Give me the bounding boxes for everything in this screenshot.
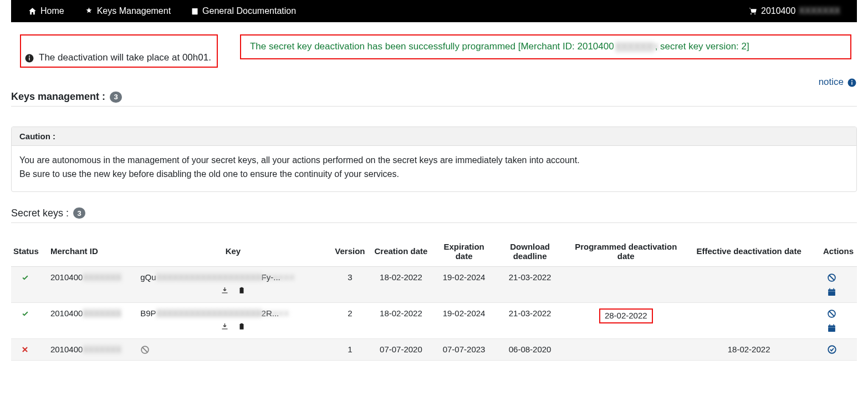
nav-merchant-id-blur: XXXXXXX bbox=[799, 6, 840, 16]
nav-left: Home Keys Management General Documentati… bbox=[28, 6, 296, 16]
info-icon bbox=[24, 52, 34, 63]
secret-keys-heading-text: Secret keys : bbox=[11, 208, 69, 219]
svg-rect-21 bbox=[829, 324, 830, 326]
notice-link[interactable]: notice bbox=[819, 77, 857, 88]
action-schedule-button[interactable] bbox=[827, 323, 836, 333]
col-prog-deact: Programmed deactivation date bbox=[563, 239, 689, 267]
caution-l1: You are autonomous in the management of … bbox=[19, 154, 849, 168]
merchant-id-blur: XXXXXXX bbox=[83, 272, 121, 282]
notice-row: notice bbox=[11, 77, 857, 88]
action-schedule-button[interactable] bbox=[827, 287, 836, 297]
messages-row: The deactivation will take place at 00h0… bbox=[11, 34, 857, 68]
eff-deact-cell bbox=[689, 302, 809, 338]
download-icon[interactable] bbox=[221, 321, 229, 331]
info-msg: The deactivation will take place at 00h0… bbox=[21, 49, 217, 67]
merchant-id: 2010400 bbox=[50, 308, 83, 318]
nav-merchant[interactable]: 2010400XXXXXXX bbox=[748, 6, 840, 16]
download-cell: 21-03-2022 bbox=[497, 302, 563, 338]
keys-mgmt-heading: Keys management : 3 bbox=[11, 91, 857, 107]
download-cell: 21-03-2022 bbox=[497, 266, 563, 302]
keys-table: Status Merchant ID Key Version Creation … bbox=[11, 239, 857, 361]
info-icon bbox=[847, 77, 857, 88]
expiration-cell: 19-02-2024 bbox=[431, 266, 497, 302]
expiration-cell: 07-07-2023 bbox=[431, 338, 497, 361]
nav-docs-label: General Documentation bbox=[202, 6, 296, 16]
download-icon[interactable] bbox=[221, 285, 229, 295]
success-msg: The secret key deactivation has been suc… bbox=[241, 36, 850, 58]
expiration-cell: 19-02-2024 bbox=[431, 302, 497, 338]
success-msg-text: The secret key deactivation has been suc… bbox=[250, 41, 518, 52]
nav-docs[interactable]: General Documentation bbox=[191, 6, 296, 16]
svg-rect-0 bbox=[192, 8, 198, 14]
svg-rect-16 bbox=[241, 323, 243, 325]
success-merchant-blur: XXXXXXX bbox=[615, 42, 654, 53]
col-download: Download deadline bbox=[497, 239, 563, 267]
table-row: 2010400XXXXXXXB9PXXXXXXXXXXXXXXXXXXXXXXX… bbox=[11, 302, 857, 338]
version-cell: 3 bbox=[329, 266, 371, 302]
caution-head: Caution : bbox=[12, 127, 856, 146]
col-merchant: Merchant ID bbox=[47, 239, 137, 267]
col-eff-deact: Effective deactivation date bbox=[689, 239, 809, 267]
svg-rect-20 bbox=[828, 327, 835, 327]
secret-keys-count: 3 bbox=[73, 208, 85, 219]
status-x-icon bbox=[21, 345, 29, 354]
prog-deact-cell bbox=[563, 338, 689, 361]
info-box-highlight: The deactivation will take place at 00h0… bbox=[20, 34, 218, 68]
secret-keys-heading: Secret keys : 3 bbox=[11, 208, 857, 223]
merchant-id-blur: XXXXXXX bbox=[83, 345, 121, 354]
merchant-id: 2010400 bbox=[50, 345, 83, 354]
key-value: gQu bbox=[140, 272, 156, 282]
svg-point-6 bbox=[851, 80, 852, 81]
svg-rect-5 bbox=[851, 82, 852, 84]
navbar: Home Keys Management General Documentati… bbox=[11, 0, 857, 22]
col-key: Key bbox=[137, 239, 329, 267]
svg-rect-8 bbox=[241, 287, 243, 289]
nav-merchant-id: 2010400 bbox=[761, 6, 795, 16]
col-status: Status bbox=[11, 239, 47, 267]
prog-deact-cell bbox=[563, 266, 689, 302]
download-cell: 06-08-2020 bbox=[497, 338, 563, 361]
svg-rect-19 bbox=[828, 325, 835, 331]
table-header: Status Merchant ID Key Version Creation … bbox=[11, 239, 857, 267]
caution-body: You are autonomous in the management of … bbox=[12, 146, 856, 191]
nav-home-label: Home bbox=[40, 6, 64, 16]
nav-home[interactable]: Home bbox=[28, 6, 64, 16]
nav-keys-mgmt-label: Keys Management bbox=[97, 6, 171, 16]
keys-mgmt-heading-text: Keys management : bbox=[11, 91, 105, 103]
creation-cell: 18-02-2022 bbox=[371, 266, 431, 302]
creation-cell: 18-02-2022 bbox=[371, 302, 431, 338]
keys-mgmt-count: 3 bbox=[110, 92, 122, 103]
status-ok-icon bbox=[21, 308, 29, 318]
table-body: 2010400XXXXXXXgQuXXXXXXXXXXXXXXXXXXXXXXX… bbox=[11, 266, 857, 361]
svg-rect-15 bbox=[239, 324, 243, 330]
svg-rect-11 bbox=[828, 289, 835, 295]
col-expiration: Expiration date bbox=[431, 239, 497, 267]
svg-line-10 bbox=[829, 275, 834, 280]
version-cell: 1 bbox=[329, 338, 371, 361]
status-ok-icon bbox=[21, 272, 29, 282]
nav-keys-mgmt[interactable]: Keys Management bbox=[84, 6, 171, 16]
clipboard-icon[interactable] bbox=[238, 321, 246, 331]
cart-icon bbox=[748, 6, 758, 16]
clipboard-icon[interactable] bbox=[238, 285, 246, 295]
svg-rect-7 bbox=[239, 288, 243, 293]
svg-point-3 bbox=[29, 55, 30, 57]
svg-rect-12 bbox=[828, 291, 835, 291]
forbid-icon bbox=[140, 345, 150, 354]
col-creation: Creation date bbox=[371, 239, 431, 267]
col-version: Version bbox=[329, 239, 371, 267]
svg-line-18 bbox=[829, 311, 834, 316]
key-blur: XXXXXXXXXXXXXXXXXXXXXXXXX bbox=[156, 272, 262, 282]
caution-panel: Caution : You are autonomous in the mana… bbox=[11, 126, 857, 192]
action-deactivate-button[interactable] bbox=[827, 308, 836, 318]
home-icon bbox=[28, 6, 37, 16]
version-cell: 2 bbox=[329, 302, 371, 338]
creation-cell: 07-07-2020 bbox=[371, 338, 431, 361]
success-bracket-pre: [Merchant ID: 2010400 bbox=[518, 41, 614, 52]
success-bracket-post: , secret key version: 2] bbox=[655, 41, 749, 52]
success-box-highlight: The secret key deactivation has been suc… bbox=[240, 34, 851, 59]
prog-deact-highlight: 28-02-2022 bbox=[599, 308, 653, 323]
action-deactivate-button[interactable] bbox=[827, 272, 836, 282]
action-confirm-button[interactable] bbox=[827, 345, 837, 355]
svg-rect-13 bbox=[829, 288, 830, 290]
